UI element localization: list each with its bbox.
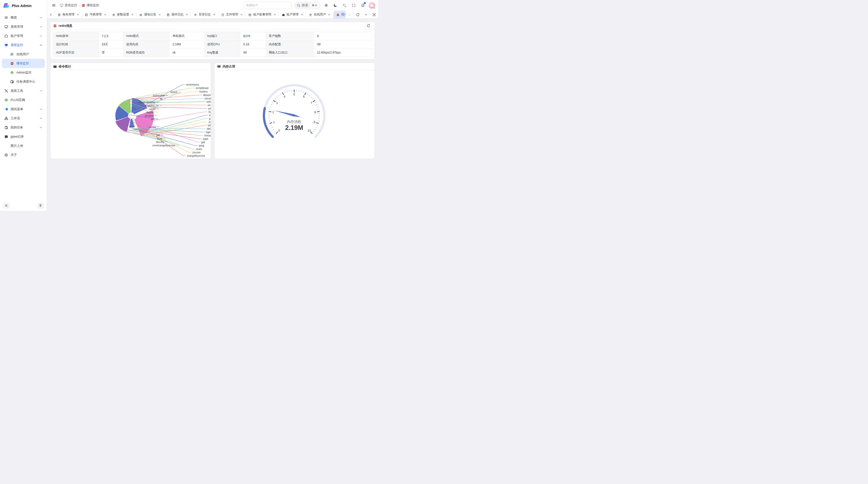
tabs-refresh-button[interactable]: [353, 10, 362, 19]
tab-通知公告[interactable]: 通知公告✕: [136, 10, 164, 19]
search-shortcut: ⌘ K: [310, 3, 319, 8]
pie-label-zscore: zscore: [192, 151, 200, 154]
tab-label: 租户套餐管理: [253, 12, 271, 17]
page-content: redis信息 redis版本7.2.5redis模式单机模式tcp端口6379…: [47, 19, 378, 162]
globe-plus-icon: [4, 98, 8, 102]
tab-close-icon[interactable]: ✕: [77, 13, 79, 17]
notification-bell-icon[interactable]: [360, 2, 366, 9]
clipboard-icon: [4, 126, 8, 130]
sidebar-item-系统工具[interactable]: 系统工具: [2, 86, 45, 95]
sidebar-pin-button[interactable]: [37, 202, 44, 209]
tabs-scroll-right-button[interactable]: [345, 10, 353, 19]
sidebar-item-label: 图片上传: [10, 144, 43, 148]
tab-close-icon[interactable]: ✕: [131, 13, 133, 17]
file-icon: [221, 13, 224, 16]
pie-label-publish: publish: [209, 117, 211, 120]
id-card-icon: [58, 13, 61, 16]
table-row: 运行时间19天使用内存2.19M使用CPU0.18内存配置0B: [53, 40, 372, 49]
tabs-more-button[interactable]: [362, 10, 370, 19]
tab-close-icon[interactable]: ✕: [273, 13, 276, 17]
search-button[interactable]: 搜索 ⌘ K: [294, 2, 320, 9]
info-label: tcp端口: [204, 32, 240, 40]
sidebar-item-测试菜单[interactable]: 测试菜单: [2, 105, 45, 114]
user-avatar[interactable]: [369, 2, 375, 9]
tab-操作日志[interactable]: 操作日志✕: [164, 10, 191, 19]
tab-label: 登录日志: [199, 12, 211, 17]
pie-label-decrby: decrby: [156, 140, 164, 143]
sidebar-item-label: 在线用户: [17, 52, 43, 56]
megaphone-icon: [140, 13, 143, 16]
sidebar-item-图片上传[interactable]: 图片上传: [2, 141, 45, 151]
sidebar-collapse-button[interactable]: [3, 202, 10, 209]
sidebar-item-gitee记录[interactable]: ¥gitee记录: [2, 132, 45, 141]
tab-label: 字典管理: [90, 12, 102, 17]
info-value: 19天: [99, 40, 123, 49]
sidebar-item-任务调度中心[interactable]: 任务调度中心: [2, 77, 45, 86]
info-label: 运行时间: [53, 40, 99, 49]
sidebar-item-系统管理[interactable]: 系统管理: [2, 22, 45, 31]
command-stats-rose-chart[interactable]: smembersscript|loadhsetnxdbsizesscansetn…: [51, 70, 211, 159]
sidebar-item-PLUS官网[interactable]: PLUS官网: [2, 95, 45, 105]
language-translate-icon[interactable]: 文A: [341, 2, 348, 9]
tab-在线用户[interactable]: 在线用户✕: [306, 10, 334, 19]
online-user-icon: [10, 52, 14, 56]
settings-gear-icon[interactable]: [323, 2, 330, 9]
sidebar-item-概览[interactable]: 概览: [2, 13, 45, 22]
box-icon: [248, 13, 251, 16]
info-value: 49: [240, 49, 266, 57]
pie-label-sscan: sscan: [205, 97, 211, 100]
tab-角色管理[interactable]: 角色管理✕: [55, 10, 82, 19]
gauge-tick-label: 8: [314, 110, 316, 114]
sidebar-item-系统监控[interactable]: 系统监控: [2, 40, 45, 50]
collapse-menu-icon[interactable]: [51, 2, 57, 9]
breadcrumb-item[interactable]: 系统监控: [60, 3, 77, 7]
sidebar-item-在线用户[interactable]: 在线用户: [2, 50, 45, 59]
redis-icon: [53, 24, 57, 28]
tab-租户管理[interactable]: 租户管理✕: [279, 10, 306, 19]
tab-close-icon[interactable]: ✕: [213, 13, 215, 17]
chevron-down-icon: [39, 117, 43, 121]
gauge-tick-label: 1: [273, 121, 275, 124]
tab-缓存监控[interactable]: 缓存监控✕: [334, 10, 345, 19]
sidebar-item-缓存监控[interactable]: 缓存监控: [2, 59, 45, 68]
menu-lines-icon: [4, 16, 8, 20]
sidebar-item-label: 概览: [10, 15, 37, 20]
memory-usage-gauge-chart[interactable]: 012345678910内存消耗2.19M: [215, 70, 373, 159]
tab-租户套餐管理[interactable]: 租户套餐管理✕: [245, 10, 279, 19]
content-fullscreen-button[interactable]: [370, 10, 378, 19]
sidebar-item-我的任务[interactable]: 我的任务: [2, 123, 45, 132]
info-label: 客户端数: [266, 32, 314, 40]
tabs-scroll-left-button[interactable]: [47, 10, 55, 19]
breadcrumb-item[interactable]: 缓存监控: [82, 3, 99, 7]
tab-close-icon[interactable]: ✕: [301, 13, 303, 17]
tab-参数设置[interactable]: 参数设置✕: [109, 10, 136, 19]
info-value: 0B: [314, 40, 372, 49]
tenant-select-input[interactable]: [243, 2, 291, 9]
tab-文件管理[interactable]: 文件管理✕: [218, 10, 245, 19]
tab-close-icon[interactable]: ✕: [328, 13, 331, 17]
sidebar-item-工作流[interactable]: 工作流: [2, 114, 45, 123]
chevron-down-icon: [39, 16, 43, 20]
app-logo[interactable]: Plus Admin: [0, 0, 47, 11]
calendar-clock-icon: [10, 80, 14, 84]
pie-label-zrem: zrem: [209, 121, 211, 123]
search-label: 搜索: [302, 3, 308, 7]
sidebar-item-label: 系统工具: [10, 89, 37, 93]
sidebar: Plus Admin 概览系统管理租户管理系统监控在线用户缓存监控Admin监控…: [0, 0, 47, 211]
tab-close-icon[interactable]: ✕: [186, 13, 188, 17]
tab-登录日志[interactable]: 登录日志✕: [191, 10, 218, 19]
gauge-tick-label: 9: [313, 121, 315, 124]
pie-label-scard: scard: [170, 91, 177, 94]
tab-label: 角色管理: [62, 12, 74, 17]
sidebar-item-Admin监控[interactable]: Admin监控: [2, 68, 45, 77]
tab-close-icon[interactable]: ✕: [158, 13, 161, 17]
dark-mode-moon-icon[interactable]: [332, 2, 339, 9]
tab-字典管理[interactable]: 字典管理✕: [82, 10, 109, 19]
tab-close-icon[interactable]: ✕: [240, 13, 243, 17]
sidebar-item-关于[interactable]: 关于: [2, 151, 45, 160]
sidebar-item-租户管理[interactable]: 租户管理: [2, 31, 45, 40]
tab-close-icon[interactable]: ✕: [104, 13, 106, 17]
refresh-button[interactable]: [365, 23, 372, 29]
info-value: 否: [99, 49, 123, 57]
fullscreen-icon[interactable]: [350, 2, 357, 9]
